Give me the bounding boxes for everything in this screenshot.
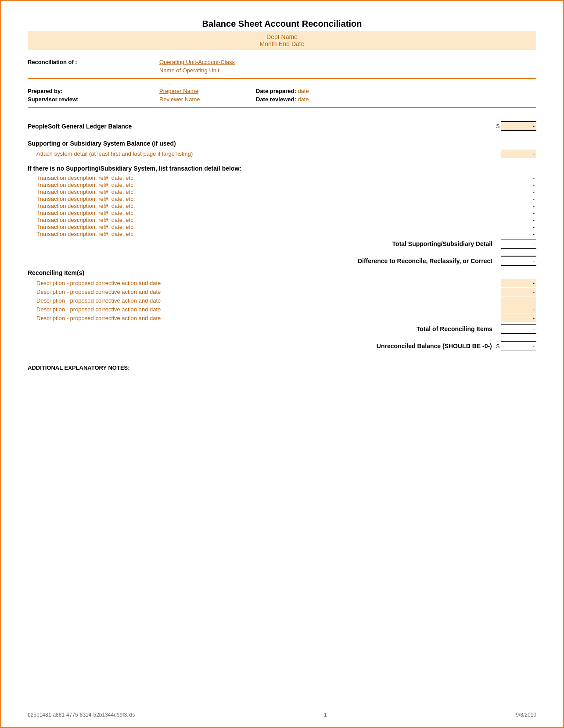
subsidiary-heading: Supporting or Subsidiary System Balance … [28,140,536,147]
prepared-labels: Prepared by: Supervisor review: [28,88,159,103]
transaction-amount: - [501,182,536,188]
recon-item-amount: - [501,314,536,322]
recon-item-amount: - [501,296,536,305]
reconciling-items-heading: Reconciling Item(s) [28,269,536,276]
recon-item-row: Description - proposed corrective action… [36,296,536,305]
reconciliation-section: Reconciliation of : Operating Unit-Accou… [28,59,536,79]
unreconciled-dollar-container: $ - [496,341,536,351]
prepared-by-label: Prepared by: [28,88,159,94]
reconciliation-label-container: Reconciliation of : [28,59,159,74]
prepared-names: Preparer Name Reviewer Name [159,88,256,103]
recon-item-label: Description - proposed corrective action… [36,306,501,313]
unreconciled-row: Unreconciled Balance (SHOULD BE -0-) $ - [28,341,536,351]
recon-item-label: Description - proposed corrective action… [36,289,501,295]
total-reconciling-value: - [501,324,536,334]
subsidiary-amount-row: Attach system detail (at least first and… [36,150,536,158]
page-container: Balance Sheet Account Reconciliation Dep… [0,0,564,728]
transaction-label: Transaction description, ref#, date, etc… [36,189,501,195]
total-reconciling-label: Total of Reconciling Items [28,325,501,332]
date-reviewed-row: Date reviewed: date [256,96,536,103]
additional-notes: ADDITIONAL EXPLANATORY NOTES: [28,364,536,371]
reconciling-rows: Description - proposed corrective action… [28,279,536,322]
preparer-name: Preparer Name [159,88,256,94]
footer-filename: b25b1481-a881-4775-8314-52b1344d99f3.xls [28,712,135,718]
gl-dollar-sign: $ [496,123,499,130]
date-prepared-label: Date prepared: [256,88,296,94]
transaction-row: Transaction description, ref#, date, etc… [36,231,536,237]
prepared-dates: Date prepared: date Date reviewed: date [256,88,536,103]
transaction-row: Transaction description, ref#, date, etc… [36,189,536,195]
footer: b25b1481-a881-4775-8314-52b1344d99f3.xls… [28,712,536,718]
unreconciled-dollar-sign: $ [496,343,499,350]
subsidiary-subheading: Attach system detail (at least first and… [36,150,501,157]
unreconciled-label: Unreconciled Balance (SHOULD BE -0-) [28,343,496,350]
transaction-label: Transaction description, ref#, date, etc… [36,224,501,230]
operating-unit-account-class: Operating Unit-Account-Class [159,59,536,65]
subsidiary-section: Supporting or Subsidiary System Balance … [28,140,536,158]
header-band: Dept Name Month-End Date [28,31,536,50]
transaction-row: Transaction description, ref#, date, etc… [36,196,536,202]
transaction-row: Transaction description, ref#, date, etc… [36,182,536,188]
reconciling-items-section: Reconciling Item(s) Description - propos… [28,269,536,334]
recon-item-label: Description - proposed corrective action… [36,297,501,304]
difference-label: Difference to Reconcile, Reclassify, or … [28,257,501,264]
transaction-label: Transaction description, ref#, date, etc… [36,210,501,216]
reviewer-name: Reviewer Name [159,96,256,103]
transaction-label: Transaction description, ref#, date, etc… [36,217,501,223]
total-supporting-label: Total Supporting/Subsidiary Detail [28,240,501,247]
recon-item-label: Description - proposed corrective action… [36,280,501,286]
footer-date: 9/8/2010 [516,712,536,718]
transaction-label: Transaction description, ref#, date, etc… [36,203,501,209]
transaction-rows: Transaction description, ref#, date, etc… [28,175,536,237]
month-end-date: Month-End Date [28,40,536,47]
date-reviewed-label: Date reviewed: [256,96,296,103]
supervisor-review-label: Supervisor review: [28,96,159,103]
transaction-row: Transaction description, ref#, date, etc… [36,224,536,230]
difference-row: Difference to Reconcile, Reclassify, or … [28,256,536,266]
gl-dollar-container: $ - [496,121,536,131]
dept-name: Dept Name [28,33,536,40]
transaction-row: Transaction description, ref#, date, etc… [36,203,536,209]
transaction-amount: - [501,175,536,181]
date-reviewed-value: date [298,96,309,103]
date-prepared-row: Date prepared: date [256,88,536,94]
transaction-amount: - [501,210,536,216]
transaction-amount: - [501,196,536,202]
recon-item-label: Description - proposed corrective action… [36,315,501,321]
recon-item-amount: - [501,288,536,296]
transaction-amount: - [501,217,536,223]
difference-value: - [501,256,536,266]
transaction-amount: - [501,203,536,209]
name-of-operating-unit: Name of Operating Unit [159,67,536,74]
reconciliation-label: Reconciliation of : [28,59,77,65]
transaction-amount: - [501,189,536,195]
gl-balance-row: PeopleSoft General Ledger Balance $ - [28,121,536,131]
recon-item-row: Description - proposed corrective action… [36,314,536,322]
total-reconciling-row: Total of Reconciling Items - [28,324,536,334]
recon-item-row: Description - proposed corrective action… [36,279,536,287]
transaction-label: Transaction description, ref#, date, etc… [36,182,501,188]
date-prepared-value: date [298,88,309,94]
total-supporting-row: Total Supporting/Subsidiary Detail - [28,239,536,249]
transaction-row: Transaction description, ref#, date, etc… [36,217,536,223]
transaction-row: Transaction description, ref#, date, etc… [36,210,536,216]
footer-page-number: 1 [324,712,327,718]
transaction-row: Transaction description, ref#, date, etc… [36,175,536,181]
recon-item-amount: - [501,305,536,314]
transaction-detail-heading: If there is no Supporting/Subsidiary Sys… [28,165,536,172]
subsidiary-value: - [501,150,536,158]
additional-notes-label: ADDITIONAL EXPLANATORY NOTES: [28,364,130,371]
transaction-label: Transaction description, ref#, date, etc… [36,231,501,237]
recon-item-row: Description - proposed corrective action… [36,305,536,314]
reconciliation-values: Operating Unit-Account-Class Name of Ope… [159,59,536,74]
prepared-section: Prepared by: Supervisor review: Preparer… [28,88,536,108]
total-supporting-value: - [501,239,536,249]
transaction-label: Transaction description, ref#, date, etc… [36,175,501,181]
recon-item-row: Description - proposed corrective action… [36,288,536,296]
gl-balance-label: PeopleSoft General Ledger Balance [28,123,496,130]
header-section: Balance Sheet Account Reconciliation Dep… [28,19,536,50]
transaction-amount: - [501,224,536,230]
page-title: Balance Sheet Account Reconciliation [28,19,536,29]
recon-item-amount: - [501,279,536,287]
gl-balance-value: - [501,121,536,131]
